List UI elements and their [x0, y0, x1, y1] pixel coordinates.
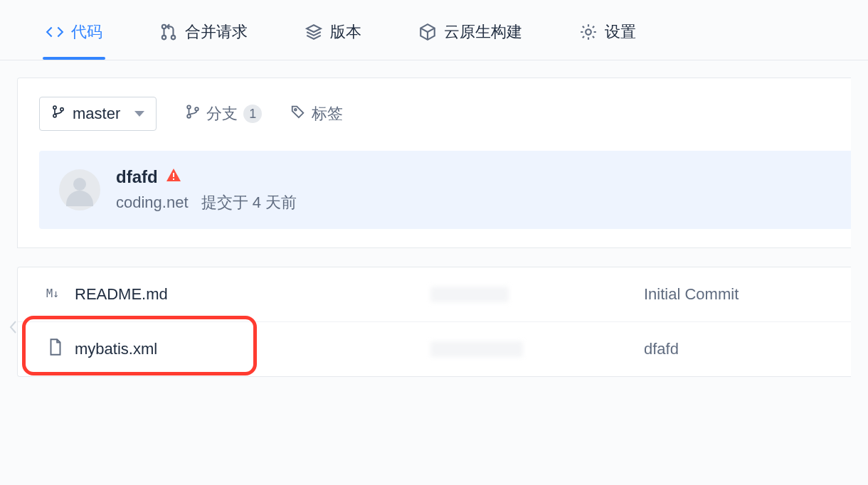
- tab-settings[interactable]: 设置: [576, 14, 639, 60]
- branches-link[interactable]: 分支 1: [185, 103, 262, 124]
- markdown-icon: M↓: [46, 283, 65, 306]
- blurred-content: [430, 341, 523, 357]
- tags-label: 标签: [312, 103, 343, 124]
- file-row[interactable]: mybatis.xml dfafd: [18, 321, 851, 376]
- gear-icon: [579, 23, 598, 41]
- svg-point-5: [53, 114, 56, 117]
- svg-point-10: [295, 109, 297, 111]
- tab-code-label: 代码: [71, 21, 102, 43]
- svg-point-0: [162, 25, 166, 28]
- tab-merge-requests[interactable]: 合并请求: [157, 14, 250, 60]
- svg-point-7: [187, 105, 191, 109]
- commit-meta: coding.net 提交于 4 天前: [116, 192, 297, 213]
- blurred-content: [430, 287, 509, 302]
- merge-request-icon: [159, 23, 178, 41]
- svg-point-8: [187, 114, 191, 118]
- tab-releases-label: 版本: [330, 21, 361, 43]
- svg-rect-12: [173, 178, 174, 180]
- svg-point-6: [60, 108, 63, 111]
- svg-point-3: [586, 29, 591, 35]
- code-icon: [46, 23, 64, 41]
- svg-point-2: [171, 36, 175, 39]
- svg-point-1: [162, 36, 166, 39]
- tab-releases[interactable]: 版本: [302, 14, 364, 60]
- commit-info: dfafd coding.net 提交于 4 天前: [116, 166, 297, 213]
- commit-author: coding.net: [116, 193, 189, 212]
- branches-count-badge: 1: [243, 105, 262, 123]
- commit-title-row: dfafd: [116, 166, 297, 188]
- warning-icon: [165, 166, 182, 188]
- tab-cloud-build-label: 云原生构建: [444, 21, 522, 43]
- svg-point-4: [53, 106, 56, 109]
- file-row[interactable]: M↓ README.md Initial Commit: [18, 267, 851, 321]
- tag-icon: [290, 104, 306, 124]
- commit-time: 提交于 4 天前: [201, 192, 297, 213]
- repo-tabs: 代码 合并请求 版本 云原生构建 设置: [0, 0, 868, 60]
- avatar: [59, 169, 100, 210]
- layers-icon: [305, 23, 323, 41]
- file-commit-message: Initial Commit: [644, 285, 739, 304]
- cube-icon: [418, 23, 437, 41]
- branch-toolbar: master 分支 1 标签: [39, 97, 851, 131]
- branch-panel: master 分支 1 标签 dfafd: [17, 78, 851, 248]
- branch-icon: [51, 105, 65, 123]
- svg-rect-11: [173, 173, 174, 177]
- file-list: M↓ README.md Initial Commit mybatis.xml …: [17, 267, 851, 377]
- branch-icon: [185, 104, 201, 124]
- chevron-down-icon: [134, 111, 144, 117]
- file-commit-message: dfafd: [644, 340, 679, 358]
- file-name: README.md: [75, 285, 168, 304]
- collapse-arrow-icon[interactable]: [9, 320, 18, 337]
- tags-link[interactable]: 标签: [290, 103, 343, 124]
- tab-merge-requests-label: 合并请求: [185, 21, 248, 43]
- svg-point-9: [195, 107, 199, 111]
- tab-cloud-build[interactable]: 云原生构建: [416, 14, 525, 60]
- commit-title: dfafd: [116, 167, 158, 187]
- branch-picker-label: master: [73, 105, 120, 123]
- file-name: mybatis.xml: [75, 340, 157, 358]
- tab-code[interactable]: 代码: [43, 14, 105, 60]
- file-icon: [46, 338, 65, 361]
- branches-label: 分支: [206, 103, 238, 124]
- tab-settings-label: 设置: [605, 21, 636, 43]
- branch-picker[interactable]: master: [39, 97, 157, 131]
- svg-text:M↓: M↓: [46, 287, 59, 300]
- latest-commit-box[interactable]: dfafd coding.net 提交于 4 天前: [39, 151, 851, 229]
